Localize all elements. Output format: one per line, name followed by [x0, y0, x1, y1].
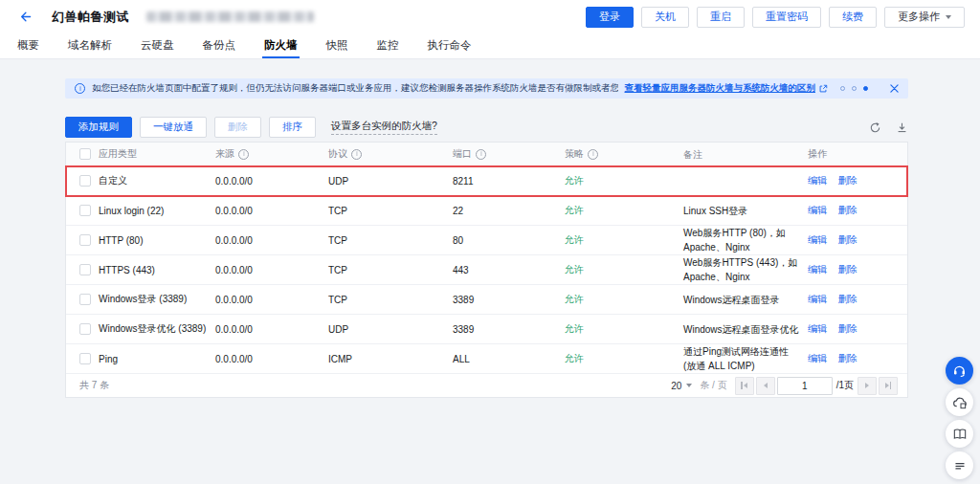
delete-link[interactable]: 删除	[838, 205, 858, 215]
edit-link[interactable]: 编辑	[808, 353, 827, 363]
login-button[interactable]: 登录	[586, 7, 634, 28]
redacted-instance-info	[146, 11, 314, 22]
tab-dns[interactable]: 域名解析	[66, 33, 114, 58]
row-checkbox[interactable]	[79, 175, 91, 187]
row-checkbox[interactable]	[79, 294, 91, 305]
edit-link[interactable]: 编辑	[808, 234, 827, 245]
renew-button[interactable]: 续费	[829, 7, 877, 28]
tab-snapshot[interactable]: 快照	[324, 33, 350, 58]
rule-protocol: UDP	[328, 324, 348, 335]
carousel-dot-2[interactable]	[852, 86, 857, 91]
table-row[interactable]: Windows登录优化 (3389) 0.0.0.0/0 UDP 3389 允许…	[66, 315, 907, 344]
table-row[interactable]: Linux login (22) 0.0.0.0/0 TCP 22 允许 Lin…	[66, 196, 907, 226]
table-row[interactable]: HTTPS (443) 0.0.0.0/0 TCP 443 允许 Web服务HT…	[66, 255, 907, 285]
banner-carousel-dots	[835, 86, 874, 91]
info-banner: 如您已经在防火墙页面中配置了规则，但仍无法访问服务器端口或业务应用，建议您检测服…	[65, 78, 908, 99]
rule-app-type: HTTPS (443)	[99, 265, 155, 275]
row-checkbox[interactable]	[79, 323, 91, 335]
carousel-dot-1[interactable]	[840, 86, 845, 91]
table-row[interactable]: Ping 0.0.0.0/0 ICMP ALL 允许 通过Ping测试网络连通性…	[66, 344, 907, 374]
delete-link[interactable]: 删除	[838, 175, 858, 186]
source-info-icon[interactable]	[238, 149, 249, 160]
rule-source: 0.0.0.0/0	[215, 235, 253, 246]
tab-run-command[interactable]: 执行命令	[426, 33, 474, 58]
delete-link[interactable]: 删除	[838, 353, 858, 363]
table-row[interactable]: Windows登录 (3389) 0.0.0.0/0 TCP 3389 允许 W…	[66, 285, 907, 315]
delete-link[interactable]: 删除	[838, 234, 858, 245]
row-checkbox[interactable]	[79, 353, 91, 364]
toolbar-icons	[869, 121, 908, 134]
policy-info-icon[interactable]	[588, 149, 598, 160]
delete-rules-button[interactable]: 删除	[214, 117, 261, 138]
rule-port: 3389	[453, 324, 474, 335]
add-rule-button[interactable]: 添加规则	[65, 117, 132, 138]
feedback-cloud-button[interactable]	[946, 388, 973, 416]
refresh-icon[interactable]	[869, 121, 881, 134]
prev-page-button[interactable]	[756, 377, 775, 395]
protocol-info-icon[interactable]	[351, 149, 362, 160]
row-checkbox[interactable]	[79, 264, 91, 275]
banner-close-icon[interactable]	[890, 84, 899, 93]
floating-helper-buttons	[946, 357, 973, 479]
next-page-button[interactable]	[858, 377, 877, 395]
port-info-icon[interactable]	[476, 149, 486, 160]
open-book-icon	[952, 427, 968, 442]
sort-button[interactable]: 排序	[269, 117, 316, 138]
restart-button[interactable]: 重启	[697, 7, 745, 28]
select-all-checkbox[interactable]	[79, 148, 91, 160]
edit-link[interactable]: 编辑	[808, 205, 827, 215]
shutdown-button[interactable]: 关机	[641, 7, 689, 28]
rule-app-type: Ping	[99, 354, 118, 364]
rule-remark: Windows远程桌面登录优化	[683, 324, 799, 335]
download-icon[interactable]	[896, 121, 908, 134]
back-arrow-icon[interactable]	[15, 9, 33, 26]
first-page-button[interactable]	[735, 377, 754, 395]
delete-link[interactable]: 删除	[838, 323, 858, 334]
row-checkbox[interactable]	[79, 234, 91, 246]
delete-link[interactable]: 删除	[838, 294, 858, 304]
one-click-allow-button[interactable]: 一键放通	[140, 117, 207, 138]
chevron-down-icon	[946, 15, 951, 19]
rule-port: 8211	[453, 176, 474, 187]
multi-instance-firewall-link[interactable]: 设置多台实例的防火墙?	[331, 120, 437, 135]
customer-support-button[interactable]	[946, 357, 973, 385]
table-row[interactable]: 自定义 0.0.0.0/0 UDP 8211 允许 编辑 删除	[66, 166, 907, 196]
rule-remark: Web服务HTTP (80)，如 Apache、Nginx	[683, 228, 786, 253]
delete-link[interactable]: 删除	[838, 264, 858, 275]
banner-doc-link[interactable]: 查看轻量应用服务器防火墙与系统防火墙的区别	[625, 82, 829, 95]
rule-policy: 允许	[565, 234, 584, 245]
col-remark: 备注	[683, 147, 702, 162]
instance-actions: 登录 关机 重启 重置密码 续费 更多操作	[586, 7, 965, 28]
row-checkbox[interactable]	[79, 205, 91, 216]
table-header-row: 应用类型 来源 协议 端口 策略 备注 操作	[66, 143, 907, 166]
tab-cloud-disk[interactable]: 云硬盘	[139, 33, 176, 58]
col-action: 操作	[808, 147, 827, 161]
col-policy: 策略	[565, 147, 584, 161]
survey-button[interactable]	[946, 451, 973, 479]
tab-firewall[interactable]: 防火墙	[262, 33, 300, 58]
per-page-label: 条 / 页	[700, 379, 726, 392]
page-size-select[interactable]: 20	[671, 381, 692, 391]
edit-link[interactable]: 编辑	[808, 264, 827, 275]
last-page-button[interactable]	[879, 377, 898, 395]
tab-bar: 概要 域名解析 云硬盘 备份点 防火墙 快照 监控 执行命令	[0, 33, 980, 59]
headset-icon	[952, 363, 967, 378]
rule-port: 3389	[453, 295, 474, 305]
page-total-label: /1页	[836, 379, 854, 392]
tab-overview[interactable]: 概要	[15, 33, 41, 58]
external-link-icon	[818, 84, 828, 94]
carousel-dot-3-active[interactable]	[863, 86, 868, 91]
documentation-button[interactable]	[946, 420, 973, 448]
edit-link[interactable]: 编辑	[808, 294, 827, 304]
tab-monitor[interactable]: 监控	[375, 33, 401, 58]
edit-link[interactable]: 编辑	[808, 175, 827, 186]
rule-app-type: Windows登录 (3389)	[99, 294, 187, 304]
more-actions-button[interactable]: 更多操作	[884, 7, 965, 28]
page-number-input[interactable]	[777, 377, 833, 395]
edit-link[interactable]: 编辑	[808, 323, 827, 334]
reset-password-button[interactable]: 重置密码	[752, 7, 821, 28]
tab-backup[interactable]: 备份点	[201, 33, 238, 58]
rule-source: 0.0.0.0/0	[215, 206, 253, 216]
table-row[interactable]: HTTP (80) 0.0.0.0/0 TCP 80 允许 Web服务HTTP …	[66, 226, 907, 255]
rule-remark: Linux SSH登录	[683, 206, 747, 216]
